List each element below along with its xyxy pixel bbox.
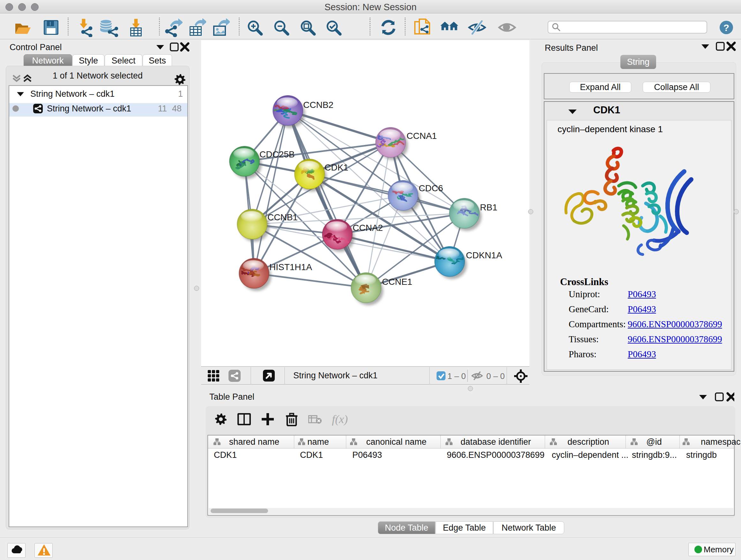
svg-text:CDC25B: CDC25B	[259, 149, 294, 159]
svg-text:CCNE1: CCNE1	[382, 277, 412, 287]
svg-text:CCNA2: CCNA2	[353, 223, 383, 233]
svg-text:?: ?	[724, 22, 729, 33]
svg-text:CCNB1: CCNB1	[267, 212, 298, 222]
svg-text:CDKN1A: CDKN1A	[466, 250, 502, 260]
svg-text:CCNB2: CCNB2	[303, 100, 333, 110]
svg-text:HIST1H1A: HIST1H1A	[269, 262, 312, 272]
svg-text:CCNA1: CCNA1	[407, 131, 437, 141]
svg-text:RB1: RB1	[480, 202, 497, 212]
svg-text:CDK1: CDK1	[325, 163, 348, 172]
svg-text:CDC6: CDC6	[419, 183, 443, 193]
